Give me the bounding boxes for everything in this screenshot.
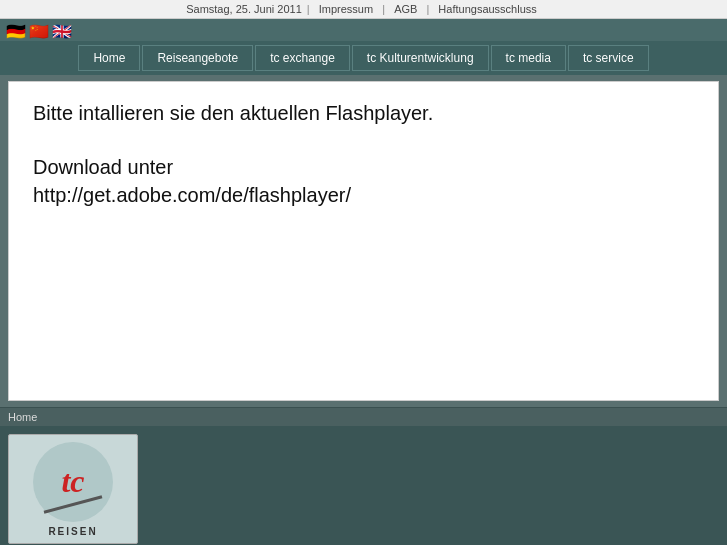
top-bar: Samstag, 25. Juni 2011 | Impressum | AGB… xyxy=(0,0,727,19)
flash-line2: Download unter xyxy=(33,156,173,178)
agb-link[interactable]: AGB xyxy=(394,3,417,15)
sep2: | xyxy=(382,3,388,15)
sep1: | xyxy=(307,3,313,15)
impressum-link[interactable]: Impressum xyxy=(319,3,373,15)
nav-tc-media[interactable]: tc media xyxy=(491,45,566,71)
date-text: Samstag, 25. Juni 2011 xyxy=(186,3,302,15)
main-area: Bitte intallieren sie den aktuellen Flas… xyxy=(0,75,727,407)
logo-box: tc REISEN xyxy=(8,434,138,544)
nav-tc-exchange[interactable]: tc exchange xyxy=(255,45,350,71)
content-box: Bitte intallieren sie den aktuellen Flas… xyxy=(8,81,719,401)
haftung-link[interactable]: Haftungsausschluss xyxy=(438,3,536,15)
status-bar: Home xyxy=(0,407,727,426)
logo-tc-text: tc xyxy=(61,463,84,500)
flash-message-1: Bitte intallieren sie den aktuellen Flas… xyxy=(33,102,694,125)
flash-message-2: Download unter http://get.adobe.com/de/f… xyxy=(33,153,694,209)
nav-tc-kulturentwicklung[interactable]: tc Kulturentwicklung xyxy=(352,45,489,71)
nav-reiseangebote[interactable]: Reiseangebote xyxy=(142,45,253,71)
logo-circle: tc xyxy=(33,442,113,522)
flag-en[interactable]: 🇬🇧 xyxy=(52,22,72,41)
footer-area: tc REISEN xyxy=(0,426,727,545)
nav-tc-service[interactable]: tc service xyxy=(568,45,649,71)
logo-label: REISEN xyxy=(48,526,97,537)
flag-de[interactable]: 🇩🇪 xyxy=(6,22,26,41)
flag-cn[interactable]: 🇨🇳 xyxy=(29,22,49,41)
sep3: | xyxy=(426,3,432,15)
status-text: Home xyxy=(8,411,37,423)
flash-line3: http://get.adobe.com/de/flashplayer/ xyxy=(33,184,351,206)
nav-home[interactable]: Home xyxy=(78,45,140,71)
nav-bar: Home Reiseangebote tc exchange tc Kultur… xyxy=(0,41,727,75)
flag-bar: 🇩🇪 🇨🇳 🇬🇧 xyxy=(6,22,72,41)
